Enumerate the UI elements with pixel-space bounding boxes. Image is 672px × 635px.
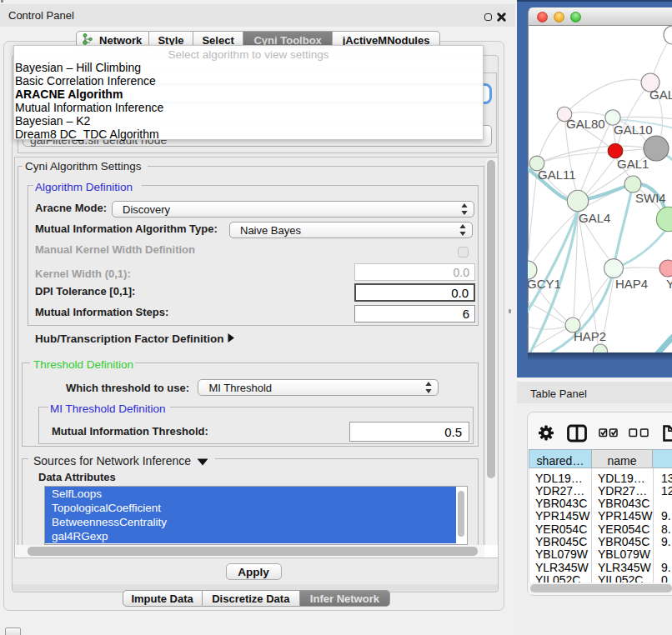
svg-text:SWI4: SWI4 <box>635 191 666 205</box>
svg-text:GAL11: GAL11 <box>538 168 576 182</box>
svg-text:GCY1: GCY1 <box>528 277 561 291</box>
svg-text:GAL10: GAL10 <box>614 122 653 137</box>
svg-text:GAL2: GAL2 <box>649 88 672 102</box>
svg-text:GAL80: GAL80 <box>566 117 605 131</box>
svg-text:HAP2: HAP2 <box>574 329 606 343</box>
svg-text:YM: YM <box>666 277 672 291</box>
svg-text:GAL4: GAL4 <box>579 211 610 225</box>
svg-text:GAL1: GAL1 <box>617 157 649 171</box>
svg-text:HAP4: HAP4 <box>615 277 648 291</box>
